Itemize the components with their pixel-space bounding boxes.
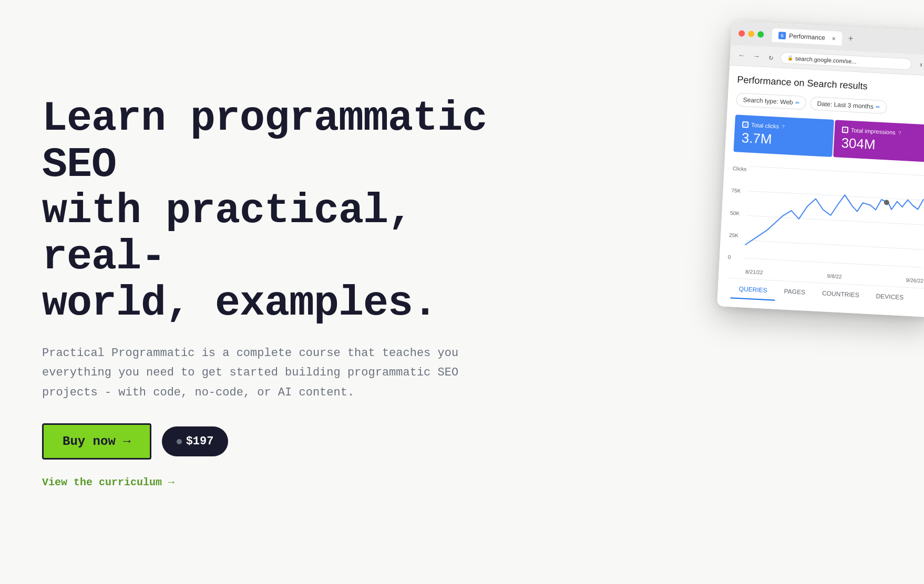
gsc-filters: Search type: Web ✏ Date: Last 3 months ✏: [736, 92, 924, 117]
tab-devices[interactable]: DEVICES: [867, 286, 913, 308]
left-content: Learn programmatic SEO with practical, r…: [42, 96, 515, 488]
browser-window: S Performance ✕ + ← → ↻ 🔒 search.google.…: [717, 21, 924, 318]
gsc-content: Performance on Search results Search typ…: [717, 66, 924, 318]
clicks-metric-card: ✓ Total clicks ? 3.7M: [733, 114, 834, 157]
svg-line-1: [747, 191, 924, 201]
nav-actions: ⬆ ⋯: [916, 59, 924, 71]
chart-svg-container: 8/21/22 9/8/22 9/26/22: [743, 161, 924, 284]
right-content: S Performance ✕ + ← → ↻ 🔒 search.google.…: [724, 16, 924, 312]
address-bar[interactable]: 🔒 search.google.com/se...: [780, 52, 912, 70]
refresh-button[interactable]: ↻: [765, 51, 776, 62]
hero-section: Learn programmatic SEO with practical, r…: [0, 0, 924, 584]
edit-icon: ✏: [795, 100, 799, 106]
curriculum-link[interactable]: View the curriculum →: [42, 476, 515, 488]
svg-line-4: [744, 258, 923, 267]
svg-line-0: [749, 166, 924, 176]
date-filter[interactable]: Date: Last 3 months ✏: [810, 97, 887, 114]
chart-y-25k: 25K: [729, 232, 743, 238]
minimize-button-dot[interactable]: [748, 30, 755, 37]
edit-icon-date: ✏: [876, 104, 880, 110]
chart-y-50k: 50K: [730, 210, 744, 216]
subtitle-text: Practical Programmatic is a complete cou…: [42, 343, 473, 402]
tab-close-icon[interactable]: ✕: [831, 35, 836, 41]
clicks-help-icon[interactable]: ?: [782, 123, 785, 129]
tab-favicon: S: [778, 32, 786, 39]
maximize-button-dot[interactable]: [757, 31, 764, 38]
browser-tab[interactable]: S Performance ✕: [772, 28, 843, 46]
performance-chart: [744, 161, 924, 276]
x-label-1: 8/21/22: [745, 269, 763, 276]
share-button[interactable]: ⬆: [916, 59, 924, 70]
tab-countries[interactable]: COUNTRIES: [813, 283, 868, 306]
x-label-2: 9/8/22: [827, 273, 841, 279]
tab-title: Performance: [789, 32, 825, 41]
main-heading: Learn programmatic SEO with practical, r…: [42, 96, 515, 327]
chart-y-0: 0: [728, 254, 742, 260]
impressions-metric-card: ✓ Total impressions ? 304M: [833, 120, 924, 162]
chart-y-label-clicks: Clicks: [733, 165, 747, 172]
tab-queries[interactable]: QUERIES: [730, 278, 776, 300]
buy-now-button[interactable]: Buy now →: [42, 423, 151, 460]
address-text: search.google.com/se...: [795, 55, 857, 65]
back-button[interactable]: ←: [736, 50, 747, 61]
lock-icon: 🔒: [787, 55, 794, 61]
clicks-value: 3.7M: [741, 130, 826, 150]
close-button-dot[interactable]: [738, 30, 745, 37]
new-tab-button[interactable]: +: [848, 34, 854, 44]
chart-area: Clicks 75K 50K 25K 0: [727, 160, 924, 288]
impressions-value: 304M: [841, 135, 924, 155]
x-label-3: 9/26/22: [906, 277, 923, 284]
chart-y-75k: 75K: [731, 187, 745, 194]
metrics-row: ✓ Total clicks ? 3.7M ✓ Total impression…: [733, 114, 924, 162]
cta-row: Buy now → $197: [42, 423, 515, 460]
svg-line-3: [745, 241, 923, 250]
impressions-help-icon[interactable]: ?: [898, 130, 901, 135]
gsc-page-title: Performance on Search results: [737, 74, 924, 96]
search-type-filter[interactable]: Search type: Web ✏: [736, 92, 806, 110]
browser-dots: [738, 30, 764, 37]
price-badge: $197: [162, 426, 229, 456]
svg-line-2: [746, 216, 924, 225]
clicks-checkbox[interactable]: ✓: [742, 121, 749, 128]
tab-pages[interactable]: PAGES: [775, 281, 814, 303]
impressions-checkbox[interactable]: ✓: [842, 127, 849, 133]
forward-button[interactable]: →: [751, 51, 762, 62]
